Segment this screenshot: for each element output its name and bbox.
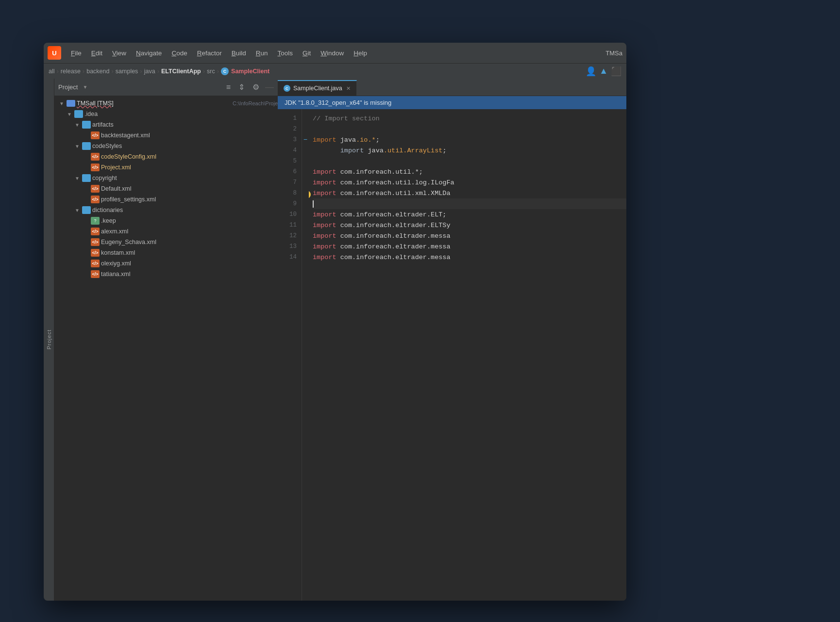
tree-olexiyg[interactable]: </> olexiyg.xml [54,258,278,269]
line-num-6: 6 [278,166,302,177]
sidebar-dropdown-arrow[interactable]: ▼ [83,84,87,90]
toolbar-btn-expand[interactable]: ⇕ [236,82,247,93]
tree-alexm[interactable]: </> alexm.xml [54,226,278,237]
tree-konstam[interactable]: </> konstam.xml [54,247,278,258]
projectxml-label: Project.xml [101,164,278,171]
line-num-8: 8 [278,188,302,198]
breadcrumb-src[interactable]: src [207,68,215,75]
menu-run[interactable]: Run [252,48,272,59]
code-line-10: import com.inforeach.eltrader.ELT; [313,209,626,220]
code-line-14: import com.inforeach.eltrader.messa [313,252,626,262]
code-line-5 [313,156,626,166]
line-num-7: 7 [278,177,302,188]
file-tree: ▼ TMSall [TMS] C:\InfoReach\Proje ▼ .ide… [54,96,278,601]
tree-backtestagent[interactable]: </> backtestagent.xml [54,130,278,141]
menu-window[interactable]: Window [317,48,348,59]
menu-view[interactable]: View [108,48,130,59]
tree-root-label: TMSall [TMS] [77,100,229,107]
breadcrumb-eltclientapp[interactable]: ELTClientApp [161,68,201,75]
projectxml-xml-icon: </> [91,164,100,171]
code-line-7: import com.inforeach.util.log.ILogFa [313,177,626,188]
tree-copyright[interactable]: ▼ copyright [54,173,278,183]
dictionaries-folder-icon [82,206,91,214]
breadcrumb-samples[interactable]: samples [116,68,138,75]
code-line-4: import java .util.ArrayList ; [313,145,626,156]
breadcrumb-release[interactable]: release [61,68,81,75]
tab-icon: C [284,85,290,92]
line-num-1: 1 [278,113,302,124]
ide-window: U File Edit View Navigate Code Refactor … [44,43,626,601]
line-num-3: 3 [278,134,302,145]
olexiyg-xml-icon: </> [91,260,100,267]
menu-git[interactable]: Git [299,48,315,59]
sidebar-title-text: Project [58,83,78,91]
breadcrumb-user-icon[interactable]: 👤 [586,66,596,77]
tree-tatiana[interactable]: </> tatiana.xml [54,269,278,279]
breadcrumb-java[interactable]: java [144,68,155,75]
menu-build[interactable]: Build [228,48,250,59]
sidebar: Project ▼ ≡ ⇕ ⚙ — ▼ TMSall [TMS] C:\Info… [54,79,278,601]
toolbar-btn-settings[interactable]: ⚙ [251,82,261,93]
toolbar-btn-collapse[interactable]: ≡ [224,82,233,93]
breadcrumb-bar: all › release › backend › samples › java… [44,63,626,79]
code-content[interactable]: // Import section import java .io.* ; im… [309,109,626,601]
codestyles-label: codeStyles [92,143,278,149]
eugeny-xml-icon: </> [91,238,100,246]
code-editor[interactable]: 1 2 3 4 5 6 7 8 9 10 11 12 13 14 [278,109,626,601]
breadcrumb-sampleclient[interactable]: SampleClient [231,68,269,75]
menu-help[interactable]: Help [350,48,371,59]
line-num-4: 4 [278,145,302,156]
tree-artifacts[interactable]: ▼ artifacts [54,119,278,130]
menu-edit[interactable]: Edit [87,48,106,59]
line-num-12: 12 [278,230,302,241]
artifacts-folder-icon [82,121,91,129]
tree-root-path: C:\InfoReach\Proje [233,100,278,106]
tree-keep[interactable]: ? .keep [54,215,278,226]
tab-close-btn[interactable]: ✕ [346,85,351,92]
line-num-11: 11 [278,220,302,230]
tree-profilessettings[interactable]: </> profiles_settings.xml [54,194,278,205]
codestyles-folder-icon [82,142,91,150]
tree-codestyleconfig[interactable]: </> codeStyleConfig.xml [54,151,278,162]
breadcrumb-all[interactable]: all [49,68,55,75]
bulb-indicator[interactable]: 💡 [309,191,311,198]
menu-navigate[interactable]: Navigate [132,48,166,59]
tatiana-label: tatiana.xml [101,271,278,278]
toolbar-btn-minimize[interactable]: — [265,82,274,92]
menu-refactor[interactable]: Refactor [193,48,226,59]
code-line-9[interactable] [313,198,626,209]
tree-defaultxml[interactable]: </> Default.xml [54,183,278,194]
defaultxml-label: Default.xml [101,185,278,192]
tree-projectxml[interactable]: </> Project.xml [54,162,278,173]
code-line-12: import com.inforeach.eltrader.messa [313,230,626,241]
tree-eugeny[interactable]: </> Eugeny_Schava.xml [54,237,278,247]
keep-label: .keep [101,217,278,224]
profilessettings-label: profiles_settings.xml [101,196,278,203]
tree-idea[interactable]: ▼ .idea [54,109,278,119]
tree-codestyles[interactable]: ▼ codeStyles [54,141,278,151]
codestyleconfig-label: codeStyleConfig.xml [101,153,278,160]
konstam-xml-icon: </> [91,249,100,257]
line-numbers: 1 2 3 4 5 6 7 8 9 10 11 12 13 14 [278,109,302,601]
menu-tools[interactable]: Tools [274,48,297,59]
profilessettings-xml-icon: </> [91,196,100,203]
jdk-warning-text: JDK "1.8.0_312_open_x64" is missing [285,99,391,106]
copyright-folder-icon [82,174,91,182]
line-num-5: 5 [278,156,302,166]
project-panel-label[interactable]: Project [44,79,54,601]
fold-btn-3[interactable]: − [303,136,307,144]
editor-tab-sampleclient[interactable]: C SampleClient.java ✕ [278,80,357,96]
breadcrumb-debug-icon[interactable]: ⬛ [611,66,622,77]
tree-root[interactable]: ▼ TMSall [TMS] C:\InfoReach\Proje [54,98,278,109]
code-line-11: import com.inforeach.eltrader.ELTSy [313,220,626,230]
menu-right-label: TMSa [605,49,622,57]
defaultxml-xml-icon: </> [91,185,100,193]
breadcrumb-backend[interactable]: backend [86,68,109,75]
line-num-13: 13 [278,241,302,252]
breadcrumb-run-icon[interactable]: ▲ [599,66,608,76]
menu-code[interactable]: Code [168,48,191,59]
tatiana-xml-icon: </> [91,270,100,278]
menu-bar: U File Edit View Navigate Code Refactor … [44,43,626,63]
tree-dictionaries[interactable]: ▼ dictionaries [54,205,278,215]
menu-file[interactable]: File [67,48,85,59]
